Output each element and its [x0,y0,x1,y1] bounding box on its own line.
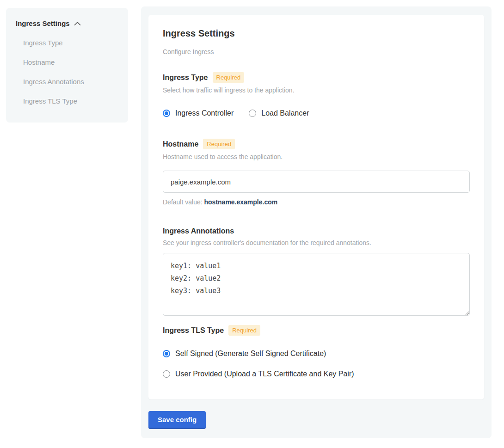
default-value-text: hostname.example.com [204,198,278,206]
default-value-label: Default value: [163,198,203,206]
annotations-textarea[interactable]: key1: value1 key2: value2 key3: value3 [163,253,470,316]
section-ingress-annotations: Ingress Annotations See your ingress con… [163,227,470,316]
ingress-type-title: Ingress Type [163,73,208,82]
section-ingress-type: Ingress Type Required Select how traffic… [163,72,470,117]
radio-unselected-icon [249,110,256,117]
section-hostname: Hostname Required Hostname used to acces… [163,139,470,206]
sidebar-group-ingress-settings[interactable]: Ingress Settings [16,19,118,27]
radio-option-load-balancer[interactable]: Load Balancer [249,109,309,117]
page-title: Ingress Settings [163,28,470,39]
page: Ingress Settings Ingress Type Hostname I… [0,0,504,448]
hostname-input[interactable] [163,171,470,193]
radio-unselected-icon [163,370,170,378]
config-card: Ingress Settings Configure Ingress Ingre… [148,15,484,399]
radio-label: Self Signed (Generate Self Signed Certif… [175,349,326,358]
sidebar-items: Ingress Type Hostname Ingress Annotation… [16,39,118,105]
section-ingress-tls-type: Ingress TLS Type Required Self Signed (G… [163,325,470,378]
radio-option-self-signed[interactable]: Self Signed (Generate Self Signed Certif… [163,349,470,358]
sidebar-item-ingress-annotations[interactable]: Ingress Annotations [23,78,118,86]
page-subtitle: Configure Ingress [163,48,470,55]
sidebar-group-label: Ingress Settings [16,19,70,27]
radio-selected-icon [163,350,170,357]
sidebar-item-hostname[interactable]: Hostname [23,58,118,66]
save-config-button[interactable]: Save config [148,411,206,429]
hostname-default-value: Default value: hostname.example.com [163,198,470,206]
hostname-help: Hostname used to access the application. [163,153,470,161]
ingress-type-radio-group: Ingress Controller Load Balancer [163,109,470,117]
required-badge: Required [213,72,245,83]
config-panel: Ingress Settings Configure Ingress Ingre… [141,6,492,438]
annotations-help: See your ingress controller's documentat… [163,239,470,247]
sidebar-item-ingress-type[interactable]: Ingress Type [23,39,118,47]
ingress-type-help: Select how traffic will ingress to the a… [163,86,470,94]
tls-type-title: Ingress TLS Type [163,326,224,335]
config-nav-sidebar: Ingress Settings Ingress Type Hostname I… [6,8,128,123]
tls-type-radio-group: Self Signed (Generate Self Signed Certif… [163,349,470,378]
radio-option-ingress-controller[interactable]: Ingress Controller [163,109,234,117]
required-badge: Required [228,325,260,336]
radio-label: Load Balancer [261,109,309,117]
annotations-title: Ingress Annotations [163,227,234,235]
radio-label: User Provided (Upload a TLS Certificate … [175,369,354,378]
required-badge: Required [203,139,235,149]
sidebar-item-ingress-tls-type[interactable]: Ingress TLS Type [23,97,118,105]
radio-selected-icon [163,110,170,117]
radio-option-user-provided[interactable]: User Provided (Upload a TLS Certificate … [163,369,470,378]
radio-label: Ingress Controller [175,109,234,117]
chevron-up-icon [74,21,81,26]
hostname-title: Hostname [163,140,198,148]
